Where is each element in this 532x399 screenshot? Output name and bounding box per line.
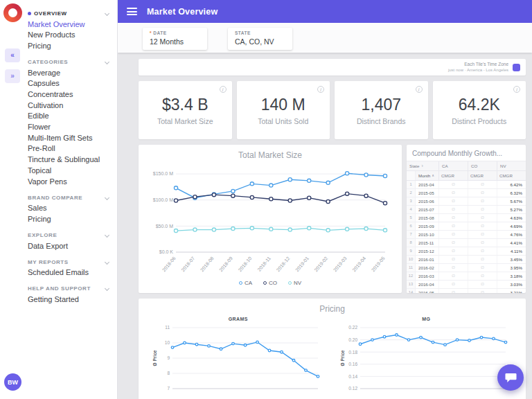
sidebar-item-multi-item-gift-sets[interactable]: Multi-Item Gift Sets bbox=[26, 132, 113, 143]
row-number: 12 bbox=[407, 272, 416, 280]
sidebar-item-market-overview[interactable]: Market Overview bbox=[26, 19, 113, 30]
state-filter[interactable]: STATE CA, CO, NV bbox=[228, 28, 292, 50]
cmgr-header-nv[interactable]: CMGR bbox=[497, 171, 526, 180]
chart-title: Total Market Size bbox=[238, 150, 302, 160]
chat-bubble-icon bbox=[504, 372, 517, 384]
mg-chart-block: MG 0.120.140.160.180.200.22Ø Price bbox=[339, 317, 513, 397]
total-market-size-chart[interactable]: $0.0 K$50.0 M$100.0 M$150.0 M2018-062018… bbox=[144, 161, 396, 283]
row-number: 4 bbox=[407, 206, 416, 213]
growth-table-row[interactable]: 102016-01∅∅3.45% bbox=[407, 256, 526, 264]
state-header[interactable]: State › bbox=[407, 161, 438, 170]
kpi-label: Total Market Size bbox=[157, 117, 213, 125]
info-icon[interactable]: i bbox=[220, 86, 227, 93]
growth-table-row[interactable]: 52015-08∅∅4.63% bbox=[407, 214, 526, 222]
user-avatar[interactable]: BW bbox=[4, 373, 21, 391]
info-icon[interactable]: i bbox=[317, 86, 324, 93]
nav-section-header-my-reports[interactable]: MY REPORTS bbox=[28, 259, 112, 265]
mg-price-chart[interactable]: 0.120.140.160.180.200.22Ø Price bbox=[339, 322, 513, 397]
timezone-title: Each Tile's Time Zone bbox=[448, 62, 508, 67]
growth-table-row[interactable]: 92015-12∅∅4.11% bbox=[407, 247, 526, 256]
growth-table-row[interactable]: 112016-02∅∅3.95% bbox=[407, 264, 526, 272]
sidebar-item-edible[interactable]: Edible bbox=[26, 111, 113, 122]
null-value-icon: ∅ bbox=[438, 281, 468, 288]
sidebar-item-flower[interactable]: Flower bbox=[26, 122, 113, 133]
app-logo-icon[interactable] bbox=[3, 3, 22, 22]
growth-table-row[interactable]: 132016-04∅∅3.03% bbox=[407, 281, 526, 289]
kpi-label: Distinct Products bbox=[452, 117, 506, 125]
pricing-title: Pricing bbox=[319, 304, 345, 314]
null-value-icon: ∅ bbox=[468, 214, 497, 222]
sidebar-item-data-export[interactable]: Data Export bbox=[26, 240, 113, 251]
svg-text:0.22: 0.22 bbox=[349, 325, 358, 330]
growth-table-row[interactable]: 122016-03∅∅3.18% bbox=[407, 272, 526, 281]
growth-table-row[interactable]: 32015-06∅∅5.67% bbox=[407, 197, 526, 206]
legend-item-ca[interactable]: CA bbox=[239, 280, 252, 286]
line-chart-svg: 0.120.140.160.180.200.22Ø Price bbox=[339, 322, 513, 394]
sidebar-item-beverage[interactable]: Beverage bbox=[26, 67, 113, 78]
nav-section-header-brand-compare[interactable]: BRAND COMPARE bbox=[28, 195, 112, 201]
month-column-header[interactable]: Month ∧ bbox=[416, 171, 438, 180]
sidebar-item-getting-started[interactable]: Getting Started bbox=[26, 294, 113, 305]
sidebar-item-pricing[interactable]: Pricing bbox=[26, 40, 113, 51]
month-cell: 2016-02 bbox=[416, 264, 438, 272]
month-cell: 2016-01 bbox=[416, 256, 438, 263]
sidebar-item-concentrates[interactable]: Concentrates bbox=[26, 89, 113, 100]
info-icon[interactable]: i bbox=[513, 86, 520, 93]
cmgr-value: 4.69% bbox=[497, 222, 526, 230]
growth-table-row[interactable]: 72015-10∅∅4.76% bbox=[407, 231, 526, 239]
sidebar-item-pre-roll[interactable]: Pre-Roll bbox=[26, 143, 113, 154]
sidebar-item-capsules[interactable]: Capsules bbox=[26, 78, 113, 89]
nav-section-header-help-and-support[interactable]: HELP AND SUPPORT bbox=[28, 285, 112, 292]
cmgr-header-ca[interactable]: CMGR bbox=[438, 171, 468, 180]
info-icon[interactable]: i bbox=[416, 86, 423, 93]
line-chart-svg: 7891011Ø Price bbox=[152, 322, 325, 394]
sidebar-rail: « » BW bbox=[0, 0, 25, 399]
null-value-icon: ∅ bbox=[438, 289, 468, 293]
null-value-icon: ∅ bbox=[468, 222, 497, 230]
date-filter[interactable]: * DATE 12 Months bbox=[143, 28, 207, 50]
double-chevron-right-button[interactable]: » bbox=[5, 69, 20, 83]
cmgr-value: 4.41% bbox=[497, 239, 526, 247]
sidebar-item-sales[interactable]: Sales bbox=[26, 203, 113, 214]
chat-button[interactable] bbox=[497, 364, 524, 391]
sidebar-item-new-products[interactable]: New Products bbox=[26, 30, 113, 41]
sidebar-item-tincture-sublingual[interactable]: Tincture & Sublingual bbox=[26, 154, 113, 166]
svg-text:10: 10 bbox=[165, 340, 170, 345]
sidebar-item-vapor-pens[interactable]: Vapor Pens bbox=[26, 176, 113, 187]
nav-section-header-categories[interactable]: CATEGORIES bbox=[28, 59, 112, 65]
growth-table-row[interactable]: 142016-05∅∅3.21% bbox=[407, 289, 526, 293]
hamburger-menu-icon[interactable] bbox=[127, 6, 138, 17]
kpi-tile-distinct-products: i64.2KDistinct Products bbox=[433, 81, 526, 139]
sidebar-item-pricing[interactable]: Pricing bbox=[26, 213, 113, 224]
svg-text:2019-02: 2019-02 bbox=[314, 256, 329, 272]
state-filter-value: CA, CO, NV bbox=[235, 37, 283, 46]
nav-section-header-explore[interactable]: EXPLORE bbox=[28, 232, 112, 238]
legend-item-co[interactable]: CO bbox=[263, 280, 277, 286]
group-header-nv: NV bbox=[497, 161, 526, 170]
sidebar-item-cultivation[interactable]: Cultivation bbox=[26, 100, 113, 111]
sidebar-item-scheduled-emails[interactable]: Scheduled Emails bbox=[26, 267, 113, 278]
grams-price-chart[interactable]: 7891011Ø Price bbox=[152, 322, 325, 397]
timezone-icon[interactable] bbox=[513, 64, 520, 71]
row-number-header bbox=[407, 171, 416, 180]
filter-label-text: STATE bbox=[235, 30, 251, 35]
growth-table-row[interactable]: 62015-09∅∅4.69% bbox=[407, 222, 526, 231]
chevron-down-icon bbox=[105, 60, 109, 64]
nav-section-header-overview[interactable]: OVERVIEW bbox=[28, 10, 112, 17]
filter-label-text: DATE bbox=[153, 30, 166, 35]
growth-table-row[interactable]: 12015-04∅∅6.42% bbox=[407, 181, 526, 189]
growth-table-row[interactable]: 42015-07∅∅5.27% bbox=[407, 206, 526, 214]
legend-item-nv[interactable]: NV bbox=[288, 280, 301, 286]
growth-table-row[interactable]: 22015-05∅∅6.32% bbox=[407, 189, 526, 197]
double-chevron-left-button[interactable]: « bbox=[5, 48, 20, 62]
growth-table-row[interactable]: 82015-11∅∅4.41% bbox=[407, 239, 526, 247]
nav-section-brand-compare: BRAND COMPARESalesPricing bbox=[26, 195, 113, 224]
sidebar-item-topical[interactable]: Topical bbox=[26, 165, 113, 176]
legend-label: CO bbox=[269, 280, 277, 286]
sidebar-nav: OVERVIEWMarket OverviewNew ProductsPrici… bbox=[25, 0, 117, 399]
svg-text:$150.0 M: $150.0 M bbox=[153, 171, 173, 176]
cmgr-header-co[interactable]: CMGR bbox=[468, 171, 497, 180]
svg-text:0.20: 0.20 bbox=[349, 337, 358, 342]
nav-section-my-reports: MY REPORTSScheduled Emails bbox=[26, 259, 113, 278]
kpi-tile-total-market-size: i$3.4 BTotal Market Size bbox=[139, 81, 232, 139]
